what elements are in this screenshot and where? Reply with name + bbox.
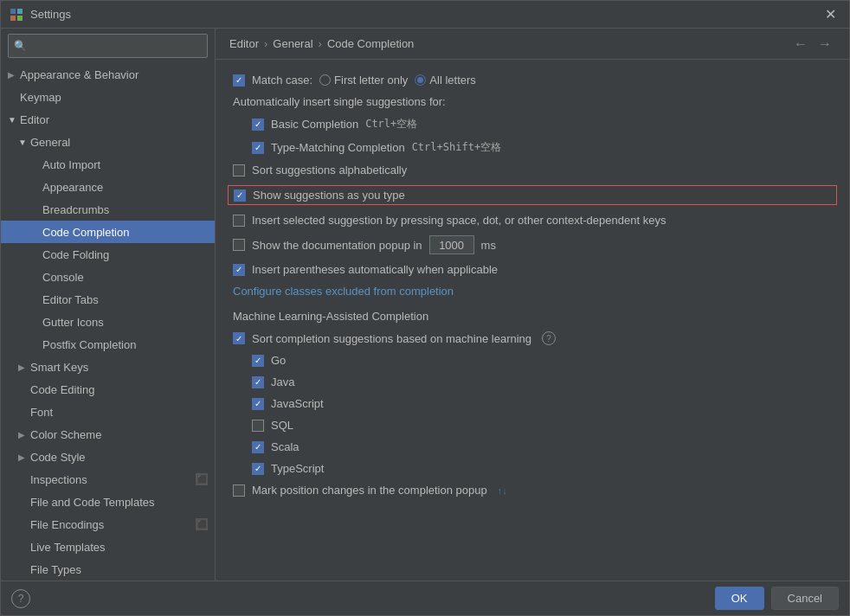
ml-section-header: Machine Learning-Assisted Completion <box>233 310 832 323</box>
tree-label-code-folding: Code Folding <box>42 248 208 261</box>
tree-item-code-editing[interactable]: Code Editing <box>1 378 215 401</box>
tree-arrow-appearance-behavior: ▶ <box>8 70 18 80</box>
ml-go-label: Go <box>271 354 286 367</box>
tree-label-appearance: Appearance <box>42 181 208 194</box>
tree-item-code-folding[interactable]: Code Folding <box>1 243 215 266</box>
tree-item-gutter-icons[interactable]: Gutter Icons <box>1 311 215 333</box>
tree-item-postfix-completion[interactable]: Postfix Completion <box>1 333 215 356</box>
tree-item-file-and-code-templates[interactable]: File and Code Templates <box>1 491 215 513</box>
insert-selected-row: Insert selected suggestion by pressing s… <box>233 214 832 227</box>
show-suggestions-checkbox[interactable]: ✓ <box>234 189 246 202</box>
app-icon <box>10 8 23 22</box>
insert-parens-label: Insert parentheses automatically when ap… <box>252 263 498 276</box>
cancel-button[interactable]: Cancel <box>771 587 839 610</box>
show-doc-row: Show the documentation popup in ms <box>233 235 832 254</box>
main-content: 🔍 ▶Appearance & BehaviorKeymap▼Editor▼Ge… <box>1 29 849 581</box>
ml-java-row: ✓ Java <box>233 375 832 388</box>
tree-item-appearance[interactable]: Appearance <box>1 176 215 198</box>
match-case-checkbox[interactable]: ✓ <box>233 74 245 87</box>
tree-label-keymap: Keymap <box>20 91 208 104</box>
svg-rect-0 <box>10 9 16 14</box>
title-bar: Settings ✕ <box>1 1 849 29</box>
ml-sort-help-icon[interactable]: ? <box>542 331 556 345</box>
insert-selected-label: Insert selected suggestion by pressing s… <box>252 214 666 227</box>
ml-typescript-checkbox[interactable]: ✓ <box>252 463 264 475</box>
breadcrumb-editor: Editor <box>229 37 259 50</box>
insert-selected-checkbox[interactable] <box>233 215 245 227</box>
breadcrumb-sep-2: › <box>319 37 322 50</box>
tree-item-editor-tabs[interactable]: Editor Tabs <box>1 288 215 311</box>
show-doc-checkbox[interactable] <box>233 239 245 251</box>
ml-typescript-row: ✓ TypeScript <box>233 462 832 475</box>
breadcrumb-code-completion: Code Completion <box>327 37 414 50</box>
first-letter-radio[interactable] <box>319 74 331 86</box>
all-letters-option[interactable]: All letters <box>415 74 475 87</box>
tree-item-font[interactable]: Font <box>1 401 215 423</box>
svg-rect-1 <box>17 9 23 14</box>
tree-item-live-templates[interactable]: Live Templates <box>1 536 215 558</box>
search-input[interactable] <box>30 40 202 53</box>
ml-scala-checkbox[interactable]: ✓ <box>252 441 264 453</box>
tree-item-smart-keys[interactable]: ▶Smart Keys <box>1 356 215 378</box>
configure-classes-link[interactable]: Configure classes excluded from completi… <box>233 285 454 298</box>
mark-position-checkbox[interactable] <box>233 484 245 497</box>
tree-label-gutter-icons: Gutter Icons <box>42 316 208 329</box>
tree-item-auto-import[interactable]: Auto Import <box>1 153 215 176</box>
tree-label-editor: Editor <box>20 113 208 126</box>
tree-label-inspections: Inspections <box>30 473 192 486</box>
show-doc-input[interactable] <box>429 235 474 254</box>
svg-rect-2 <box>10 16 16 21</box>
tree-item-keymap[interactable]: Keymap <box>1 86 215 108</box>
tree-label-file-types: File Types <box>30 563 208 576</box>
ml-scala-label: Scala <box>271 440 299 453</box>
tree-item-editor[interactable]: ▼Editor <box>1 108 215 131</box>
tree-label-font: Font <box>30 406 208 419</box>
tree-item-console[interactable]: Console <box>1 266 215 288</box>
tree-label-auto-import: Auto Import <box>42 158 208 171</box>
ml-javascript-row: ✓ JavaScript <box>233 397 832 410</box>
close-button[interactable]: ✕ <box>820 4 840 25</box>
ml-sql-label: SQL <box>271 419 293 432</box>
show-suggestions-row: ✓ Show suggestions as you type <box>228 185 837 205</box>
nav-forward-button[interactable]: → <box>815 35 835 54</box>
tree-label-code-completion: Code Completion <box>42 226 208 239</box>
basic-completion-kbd: Ctrl+空格 <box>365 117 417 132</box>
sort-alpha-checkbox[interactable] <box>233 164 245 176</box>
ml-sort-checkbox[interactable]: ✓ <box>233 332 245 344</box>
type-matching-checkbox[interactable]: ✓ <box>252 142 264 154</box>
ok-button[interactable]: OK <box>715 587 764 610</box>
search-box: 🔍 <box>8 34 208 58</box>
tree-arrow-code-style: ▶ <box>18 452 29 462</box>
first-letter-label: First letter only <box>334 74 408 87</box>
tree-item-general[interactable]: ▼General <box>1 131 215 153</box>
insert-parens-checkbox[interactable]: ✓ <box>233 264 245 276</box>
ml-javascript-checkbox[interactable]: ✓ <box>252 398 264 410</box>
ml-sql-row: SQL <box>233 419 832 432</box>
help-button[interactable]: ? <box>11 589 30 608</box>
tree-arrow-color-scheme: ▶ <box>18 430 29 440</box>
tree-item-file-encodings[interactable]: File Encodings⬛ <box>1 513 215 536</box>
tree-arrow-general: ▼ <box>18 138 29 147</box>
nav-back-button[interactable]: ← <box>790 35 811 54</box>
tree-item-code-completion[interactable]: Code Completion <box>1 221 215 243</box>
tree-label-postfix-completion: Postfix Completion <box>42 338 208 351</box>
tree-item-breadcrumbs[interactable]: Breadcrumbs <box>1 198 215 221</box>
all-letters-radio[interactable] <box>415 74 426 86</box>
tree-label-editor-tabs: Editor Tabs <box>42 293 208 306</box>
tree-item-file-types[interactable]: File Types <box>1 558 215 581</box>
tree-label-breadcrumbs: Breadcrumbs <box>42 203 208 216</box>
tree-item-inspections[interactable]: Inspections⬛ <box>1 468 215 491</box>
tree-label-console: Console <box>42 271 208 284</box>
tree-item-appearance-behavior[interactable]: ▶Appearance & Behavior <box>1 63 215 86</box>
tree-item-color-scheme[interactable]: ▶Color Scheme <box>1 423 215 446</box>
tree-item-code-style[interactable]: ▶Code Style <box>1 446 215 468</box>
basic-completion-checkbox[interactable]: ✓ <box>252 119 264 131</box>
breadcrumb: Editor › General › Code Completion <box>229 37 414 50</box>
ml-go-checkbox[interactable]: ✓ <box>252 355 264 367</box>
tree-badge-inspections: ⬛ <box>196 473 208 485</box>
mark-position-row: Mark position changes in the completion … <box>233 484 832 497</box>
ml-java-checkbox[interactable]: ✓ <box>252 376 264 388</box>
right-panel: Editor › General › Code Completion ← → ✓… <box>216 29 849 581</box>
first-letter-option[interactable]: First letter only <box>319 74 408 87</box>
ml-sql-checkbox[interactable] <box>252 420 264 432</box>
